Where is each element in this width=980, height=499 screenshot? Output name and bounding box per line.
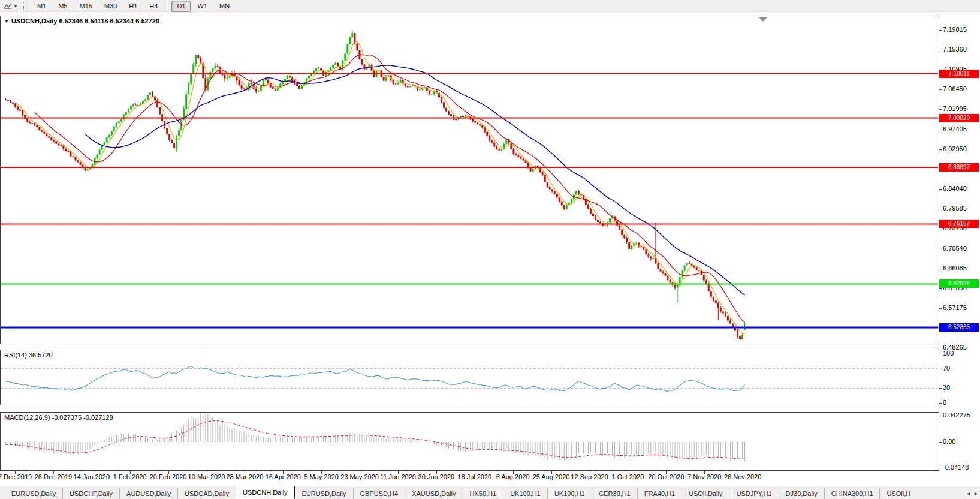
chart-cursor-icon[interactable] <box>2 2 13 11</box>
price-axis-label: 7.06450 <box>943 85 967 93</box>
chart-collapse-icon[interactable]: ▼ <box>4 19 9 24</box>
chart-tab-eurusd-daily[interactable]: EURUSD,Daily <box>5 488 62 499</box>
price-axis-tick <box>939 130 942 130</box>
price-axis-tick <box>939 89 942 90</box>
chart-tab-usdjpy-h1[interactable]: USDJPY,H1 <box>729 488 778 499</box>
price-level-tag: 7.00029 <box>939 114 979 122</box>
main-chart-panel[interactable] <box>0 16 939 344</box>
rsi-axis-label: 100 <box>943 350 954 357</box>
timeframe-button-H1[interactable]: H1 <box>123 1 143 12</box>
price-axis-label: 6.92950 <box>943 145 967 153</box>
price-axis-label: 6.70540 <box>943 245 967 252</box>
timeframe-buttons: M1M5M15M30H1H4D1W1MN <box>31 1 236 12</box>
price-axis-label: 7.19815 <box>943 26 967 34</box>
chevron-down-icon[interactable]: ▼ <box>13 4 18 9</box>
chart-tabs-bar: EURUSD,DailyUSDCHF,DailyAUDUSD,DailyUSDC… <box>0 486 980 499</box>
price-axis-tick <box>939 50 942 50</box>
macd-axis-tick <box>939 442 942 443</box>
chart-tab-usdchf-daily[interactable]: USDCHF,Daily <box>62 488 119 499</box>
chart-tab-uk100-h1[interactable]: UK100,H1 <box>503 488 547 499</box>
timeframe-button-M15[interactable]: M15 <box>74 1 97 12</box>
chart-tab-eurusd-daily[interactable]: EURUSD,Daily <box>295 488 353 499</box>
chart-symbol-label: USDCNH,Daily <box>11 17 57 25</box>
price-axis-label: 6.97405 <box>943 125 967 133</box>
timeframe-button-D1[interactable]: D1 <box>171 1 191 12</box>
timeframe-button-W1[interactable]: W1 <box>192 1 213 12</box>
chart-tab-china300-h1[interactable]: CHINA300,H1 <box>824 488 880 499</box>
macd-axis-tick <box>939 416 942 416</box>
price-axis-label: 7.01995 <box>943 105 967 113</box>
tabs-scroll-right-icon[interactable]: ► <box>973 491 979 497</box>
price-axis-label: 6.57175 <box>943 304 967 312</box>
tabs-scroll-left-icon[interactable]: ◄ <box>966 491 971 497</box>
date-label[interactable]: 26 Nov 2020 <box>714 473 771 480</box>
price-axis-tick <box>939 269 942 269</box>
macd-axis-label: 0.00 <box>943 438 955 446</box>
rsi-axis-tick <box>939 403 942 404</box>
chart-tab-usdcnh-daily[interactable]: USDCNH,Daily <box>236 486 295 499</box>
tab-scroll-arrows: ◄ ► <box>966 491 979 497</box>
toolbar-divider <box>0 13 980 16</box>
price-level-tag: 6.88897 <box>939 163 979 172</box>
chart-tab-gbpusd-h4[interactable]: GBPUSD,H4 <box>353 488 405 499</box>
price-axis-label: 7.15360 <box>943 46 967 53</box>
price-level-tag: 6.62646 <box>939 279 979 288</box>
chart-tab-usoil-daily[interactable]: USOil,Daily <box>682 488 729 499</box>
price-axis-tick <box>939 209 942 209</box>
price-axis-tick <box>939 308 942 309</box>
rsi-axis-label: 0 <box>943 399 946 407</box>
price-axis-tick <box>939 229 942 229</box>
price-level-tag: 6.76157 <box>939 220 979 228</box>
toolbar-separator <box>167 1 168 10</box>
timeframe-button-M5[interactable]: M5 <box>53 1 73 12</box>
rsi-axis-tick <box>939 369 942 369</box>
timeframe-button-M1[interactable]: M1 <box>32 1 52 12</box>
price-level-tag: 6.52865 <box>939 323 979 332</box>
chart-ohlc-values: 6.52346 6.54118 6.52344 6.52720 <box>59 17 159 25</box>
chart-tab-usoil-h[interactable]: USOil,H <box>879 488 917 499</box>
price-axis-label: 6.79585 <box>943 205 967 212</box>
price-axis-tick <box>939 288 942 289</box>
price-axis-label: 6.84040 <box>943 185 967 193</box>
price-axis-tick <box>939 109 942 110</box>
price-axis-tick <box>939 189 942 190</box>
toolbar-grip <box>23 2 28 11</box>
macd-indicator-label: MACD(12,26,9) -0.027375 -0.027129 <box>4 414 113 421</box>
chart-tab-xauusd-daily[interactable]: XAUUSD,Daily <box>405 488 462 499</box>
chart-tab-dj30-daily[interactable]: DJ30,Daily <box>779 488 824 499</box>
price-axis-tick <box>939 249 942 250</box>
rsi-axis-label: 30 <box>943 384 950 392</box>
rsi-axis-label: 70 <box>943 365 950 372</box>
chart-tab-hk50-h1[interactable]: HK50,H1 <box>463 488 503 499</box>
chart-tab-usdcad-daily[interactable]: USDCAD,Daily <box>177 488 236 499</box>
rsi-panel[interactable] <box>0 350 939 405</box>
rsi-axis-tick <box>939 388 942 389</box>
terminal-window: ▼ M1M5M15M30H1H4D1W1MN ▼USDCNH,Daily 6.5… <box>0 0 980 499</box>
price-axis-tick <box>939 348 942 348</box>
macd-axis-tick <box>939 468 942 468</box>
chart-tab-ger30-h1[interactable]: GER30,H1 <box>592 488 637 499</box>
price-axis-tick <box>939 149 942 150</box>
chart-tab-fra40-h1[interactable]: FRA40,H1 <box>637 488 682 499</box>
price-level-tag: 7.10011 <box>939 70 979 78</box>
macd-panel[interactable] <box>0 412 939 471</box>
price-axis-label: 6.66085 <box>943 264 967 272</box>
chart-title: ▼USDCNH,Daily 6.52346 6.54118 6.52344 6.… <box>4 17 159 25</box>
chart-tabs: EURUSD,DailyUSDCHF,DailyAUDUSD,DailyUSDC… <box>5 486 917 499</box>
rsi-indicator-label: RSI(14) 36.5720 <box>4 351 53 359</box>
toolbar: ▼ M1M5M15M30H1H4D1W1MN <box>0 0 980 13</box>
macd-axis-label: 0.042275 <box>943 411 970 419</box>
timeframe-button-H4[interactable]: H4 <box>144 1 163 12</box>
price-axis-tick <box>939 30 942 31</box>
timeframe-button-M30[interactable]: M30 <box>99 1 122 12</box>
macd-axis-label: -0.04148 <box>943 464 969 471</box>
timeframe-button-MN[interactable]: MN <box>214 1 235 12</box>
rsi-axis-tick <box>939 354 942 354</box>
chart-tab-audusd-daily[interactable]: AUDUSD,Daily <box>119 488 177 499</box>
chart-tab-uk100-h1[interactable]: UK100,H1 <box>547 488 592 499</box>
